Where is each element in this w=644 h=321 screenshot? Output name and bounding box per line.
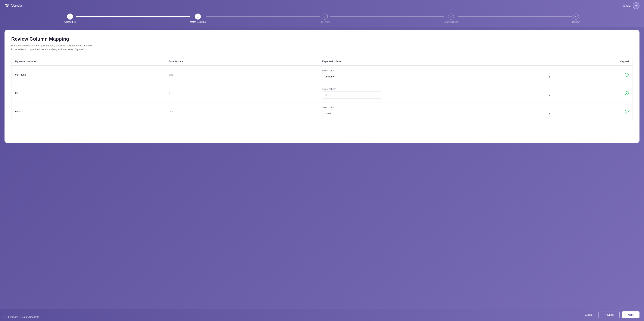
avatar[interactable]: AV [633,2,640,9]
content-card: Review Column Mapping For each of the co… [4,30,640,143]
step-review[interactable]: 5 Review [572,14,580,23]
expected-col-id: Select column objName ID name Ignore ▾ [322,88,552,98]
mapped-status-2 [552,110,629,114]
step-2-label: Match Columns [190,21,206,23]
step-sharing-rules[interactable]: 4 Sharing Rules [444,14,458,23]
step-2-circle: 2 [195,14,201,20]
vendia-logo-icon [4,3,10,8]
table-row: ID 1 Select column objName ID name Ignor… [12,84,632,102]
chevron-down-icon-2: ▾ [549,112,550,115]
uploaded-column-obj_name: obj_name [15,73,168,76]
step-1-label: Upload File [64,21,76,23]
footer: Feedback & Feature Requests Cancel Previ… [0,308,644,321]
select-label-1: Select column [322,88,552,90]
check-circle-icon-2 [625,110,629,114]
th-expected-column: Expected column [322,60,552,63]
check-circle-icon-1 [625,91,629,95]
check-circle-icon-0 [625,73,629,77]
connector-2-3 [206,16,320,17]
uploaded-column-id: ID [15,92,168,94]
select-label-0: Select column [322,69,552,72]
feedback-icon [4,316,7,318]
chevron-down-icon-0: ▾ [549,75,550,78]
step-match-columns[interactable]: 2 Match Columns [190,14,206,23]
step-5-circle: 5 [573,14,579,20]
select-wrapper-1: objName ID name Ignore ▾ [322,92,552,98]
mapping-table: Uploaded column Sample data Expected col… [11,57,633,121]
select-wrapper-0: objName ID name Ignore ▾ [322,73,552,80]
expected-col-obj_name: Select column objName ID name Ignore ▾ [322,69,552,80]
step-1-circle: ✓ [67,14,73,20]
sample-data-alex: Alex [168,110,322,113]
select-label-2: Select column [322,106,552,109]
feedback-label: Feedback & Feature Requests [8,316,39,318]
uploaded-column-name: name [15,110,168,113]
page-description: For each of the columns in your dataset,… [11,44,94,51]
expected-col-name: Select column objName ID name Ignore ▾ [322,106,552,117]
app-header: Vendia Vendia AV [0,0,644,11]
column-select-2[interactable]: objName ID name Ignore [322,110,382,117]
th-mapped: Mapped [552,60,629,63]
step-upload-file[interactable]: ✓ Upload File [64,14,76,23]
previous-button[interactable]: Previous [598,311,620,318]
connector-3-4 [330,16,444,17]
feedback-link[interactable]: Feedback & Feature Requests [4,316,39,318]
cancel-button[interactable]: Cancel [582,312,596,318]
stepper-bar: ✓ Upload File 2 Match Columns 3 Fix Erro… [0,11,644,27]
step-5-label: Review [572,21,580,23]
header-right: Vendia AV [622,2,640,9]
sample-data-1: 1 [168,92,322,94]
step-4-circle: 4 [448,14,454,20]
page-title: Review Column Mapping [11,36,633,42]
step-fix-errors[interactable]: 3 Fix Errors [320,14,330,23]
select-wrapper-2: objName ID name Ignore ▾ [322,110,552,117]
next-button[interactable]: Next [622,312,640,318]
app-name: Vendia [11,4,22,8]
column-select-0[interactable]: objName ID name Ignore [322,73,382,80]
stepper: ✓ Upload File 2 Match Columns 3 Fix Erro… [64,14,580,23]
mapped-status-0 [552,73,629,77]
chevron-down-icon-1: ▾ [549,94,550,96]
column-select-1[interactable]: objName ID name Ignore [322,92,382,98]
step-3-circle: 3 [322,14,328,20]
table-row: obj_name obj1 Select column objName ID n… [12,66,632,84]
connector-1-2 [76,16,190,17]
step-3-label: Fix Errors [320,21,330,23]
logo[interactable]: Vendia [4,3,22,8]
table-row: name Alex Select column objName ID name … [12,102,632,121]
step-4-label: Sharing Rules [444,21,458,23]
sample-data-obj1: obj1 [168,73,322,76]
table-header: Uploaded column Sample data Expected col… [12,57,632,66]
user-name: Vendia [622,4,630,7]
mapped-status-1 [552,91,629,95]
th-uploaded-column: Uploaded column [15,60,168,63]
main-wrapper: Review Column Mapping For each of the co… [0,27,644,321]
th-sample-data: Sample data [168,60,322,63]
connector-4-5 [458,16,572,17]
